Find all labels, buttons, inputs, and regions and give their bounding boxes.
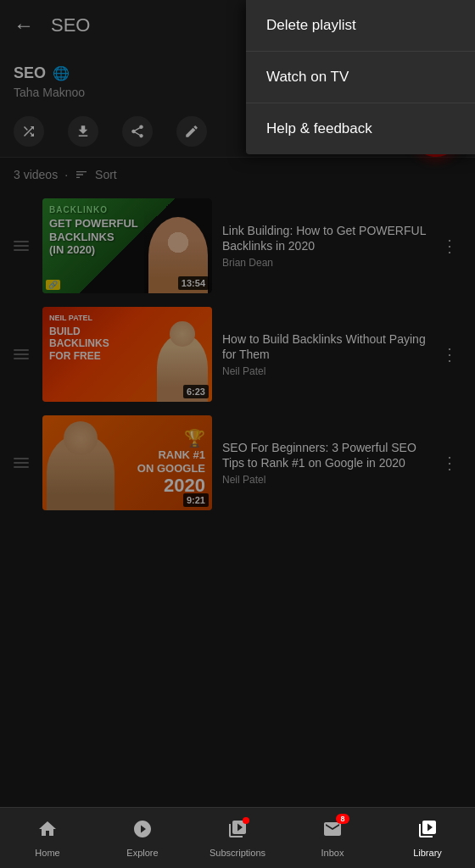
- subscriptions-label: Subscriptions: [210, 848, 265, 858]
- nav-subscriptions[interactable]: Subscriptions: [190, 812, 285, 865]
- bottom-nav: Home Explore Subscriptions 8 Inbox: [0, 807, 475, 868]
- inbox-icon: 8: [322, 819, 343, 844]
- delete-playlist-item[interactable]: Delete playlist: [246, 0, 475, 52]
- inbox-badge: 8: [336, 814, 349, 824]
- home-label: Home: [35, 848, 59, 858]
- nav-home[interactable]: Home: [0, 812, 95, 865]
- library-label: Library: [413, 848, 442, 858]
- nav-library[interactable]: Library: [380, 812, 475, 865]
- dropdown-menu: Delete playlist Watch on TV Help & feedb…: [246, 0, 475, 154]
- home-icon: [37, 819, 58, 844]
- explore-icon: [132, 819, 153, 844]
- library-icon: [417, 819, 438, 844]
- nav-explore[interactable]: Explore: [95, 812, 190, 865]
- nav-inbox[interactable]: 8 Inbox: [285, 812, 380, 865]
- subscriptions-icon: [227, 819, 248, 844]
- subscriptions-badge: [243, 817, 249, 824]
- help-feedback-item[interactable]: Help & feedback: [246, 103, 475, 154]
- inbox-label: Inbox: [321, 848, 344, 858]
- watch-on-tv-item[interactable]: Watch on TV: [246, 52, 475, 103]
- explore-label: Explore: [126, 848, 158, 858]
